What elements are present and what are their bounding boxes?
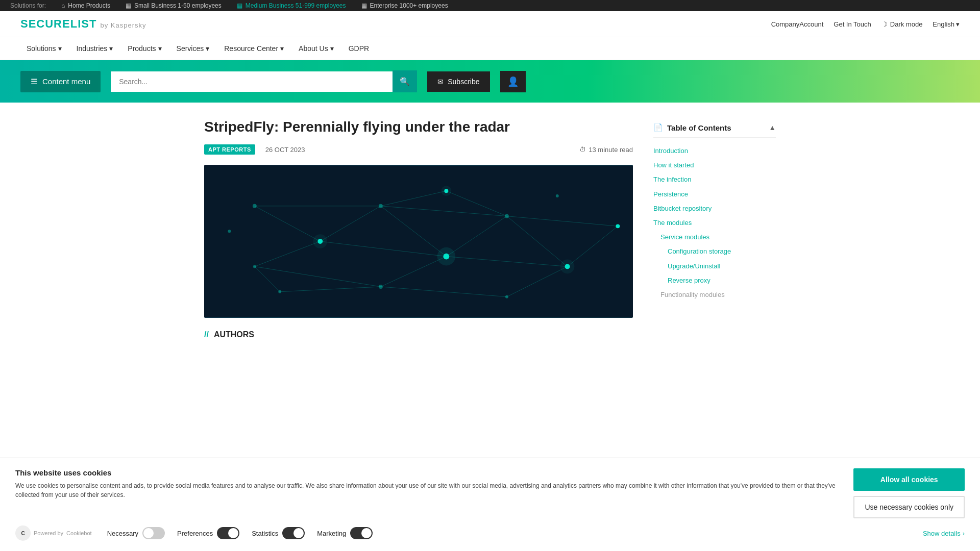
toc-item-functionality-modules[interactable]: Functionality modules <box>653 288 776 302</box>
toc-item-service-modules[interactable]: Service modules <box>653 230 776 244</box>
building-small-icon: ▦ <box>126 2 131 9</box>
logo-by: by Kaspersky <box>100 21 146 29</box>
search-input[interactable] <box>111 71 393 92</box>
user-icon: 👤 <box>507 77 519 87</box>
svg-point-28 <box>379 285 383 289</box>
solutions-label: Solutions for: <box>10 2 46 9</box>
topbar-medium-business[interactable]: ▦ Medium Business 51-999 employees <box>237 2 346 9</box>
authors-heading: AUTHORS <box>204 330 633 339</box>
svg-point-31 <box>278 290 281 293</box>
header-right: CompanyAccount Get In Touch ☽ Dark mode … <box>771 20 960 28</box>
article-date: 26 OCT 2023 <box>265 146 305 154</box>
toc-item-upgrade-uninstall[interactable]: Upgrade/Uninstall <box>653 259 776 273</box>
toc-item-config-storage[interactable]: Configuration storage <box>653 244 776 259</box>
chevron-down-icon: ▾ <box>956 20 960 28</box>
nav-products[interactable]: Products ▾ <box>121 37 167 60</box>
nav-services[interactable]: Services ▾ <box>170 37 216 60</box>
toc-title: 📄 Table of Contents <box>653 123 731 132</box>
toc-item-introduction[interactable]: Introduction <box>653 144 776 158</box>
get-in-touch-link[interactable]: Get In Touch <box>834 20 871 28</box>
green-bar: ☰ Content menu 🔍 ✉ Subscribe 👤 <box>0 60 980 103</box>
building-medium-icon: ▦ <box>237 2 242 9</box>
chevron-down-icon: ▾ <box>206 44 209 53</box>
search-bar: 🔍 <box>111 70 417 92</box>
top-bar: Solutions for: ⌂ Home Products ▦ Small B… <box>0 0 980 11</box>
svg-rect-0 <box>204 166 633 317</box>
svg-point-25 <box>505 214 509 218</box>
moon-icon: ☽ <box>881 20 888 28</box>
logo-list: LIST <box>70 17 97 30</box>
svg-point-21 <box>253 204 257 208</box>
dark-mode-toggle[interactable]: ☽ Dark mode <box>881 20 923 28</box>
toc-item-how-it-started[interactable]: How it started <box>653 158 776 172</box>
chevron-down-icon: ▾ <box>58 44 62 53</box>
nav-about-us[interactable]: About Us ▾ <box>292 37 340 60</box>
article-title: StripedFly: Perennially flying under the… <box>204 118 633 136</box>
toc-item-persistence[interactable]: Persistence <box>653 187 776 202</box>
nav-gdpr[interactable]: GDPR <box>342 37 375 60</box>
nav-solutions[interactable]: Solutions ▾ <box>20 37 68 60</box>
logo-secure: SECURE <box>20 17 70 30</box>
svg-point-33 <box>228 230 231 233</box>
svg-point-38 <box>441 186 451 196</box>
chevron-down-icon: ▾ <box>158 44 162 53</box>
topbar-home[interactable]: ⌂ Home Products <box>61 2 110 9</box>
topbar-enterprise[interactable]: ▦ Enterprise 1000+ employees <box>361 2 448 9</box>
language-selector[interactable]: English ▾ <box>933 20 960 28</box>
toc-sidebar: 📄 Table of Contents ▲ Introduction How i… <box>653 118 776 339</box>
main-content: StripedFly: Perennially flying under the… <box>184 103 796 355</box>
svg-point-23 <box>379 204 383 208</box>
search-button[interactable]: 🔍 <box>393 70 417 92</box>
apt-badge: APT REPORTS <box>204 144 255 155</box>
toc-icon: 📄 <box>653 123 663 132</box>
svg-point-29 <box>505 295 508 298</box>
main-nav: Solutions ▾ Industries ▾ Products ▾ Serv… <box>0 37 980 60</box>
authors-section: AUTHORS <box>204 330 633 339</box>
email-icon: ✉ <box>437 78 444 86</box>
topbar-small-business[interactable]: ▦ Small Business 1-50 employees <box>126 2 222 9</box>
svg-point-27 <box>253 265 256 268</box>
svg-point-36 <box>437 247 456 266</box>
company-account-link[interactable]: CompanyAccount <box>771 20 824 28</box>
subscribe-button[interactable]: ✉ Subscribe <box>427 71 489 92</box>
hamburger-icon: ☰ <box>31 77 37 86</box>
content-menu-button[interactable]: ☰ Content menu <box>20 71 101 92</box>
chevron-down-icon: ▾ <box>330 44 334 53</box>
toc-header: 📄 Table of Contents ▲ <box>653 118 776 138</box>
chevron-down-icon: ▾ <box>109 44 113 53</box>
toc-item-reverse-proxy[interactable]: Reverse proxy <box>653 273 776 288</box>
clock-icon: ⏱ <box>579 146 586 154</box>
svg-point-34 <box>556 194 559 197</box>
article-meta: APT REPORTS 26 OCT 2023 ⏱ 13 minute read <box>204 144 633 155</box>
user-account-button[interactable]: 👤 <box>500 71 526 92</box>
toc-item-infection[interactable]: The infection <box>653 172 776 187</box>
nav-resource-center[interactable]: Resource Center ▾ <box>218 37 290 60</box>
article-image <box>204 165 633 318</box>
svg-point-30 <box>616 224 620 229</box>
header: SECURELIST by Kaspersky CompanyAccount G… <box>0 11 980 37</box>
nav-industries[interactable]: Industries ▾ <box>70 37 119 60</box>
svg-point-37 <box>560 260 575 274</box>
toc-item-bitbucket[interactable]: Bitbucket repository <box>653 202 776 216</box>
toc-item-modules[interactable]: The modules <box>653 216 776 230</box>
article-area: StripedFly: Perennially flying under the… <box>204 118 633 339</box>
logo[interactable]: SECURELIST by Kaspersky <box>20 17 146 31</box>
search-icon: 🔍 <box>400 77 410 86</box>
chevron-down-icon: ▾ <box>280 44 284 53</box>
toc-collapse-button[interactable]: ▲ <box>769 123 776 132</box>
read-time: ⏱ 13 minute read <box>579 146 633 154</box>
svg-point-35 <box>313 235 327 249</box>
building-large-icon: ▦ <box>361 2 367 9</box>
home-icon: ⌂ <box>61 2 65 9</box>
